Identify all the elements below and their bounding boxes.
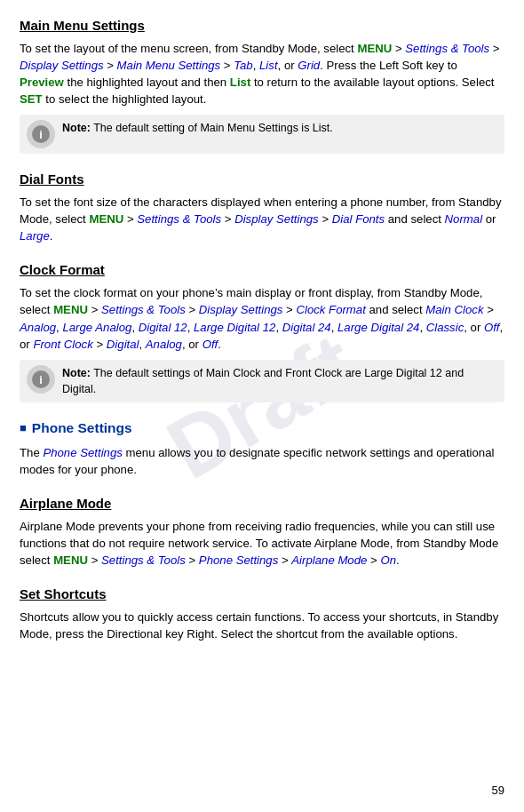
section-body-set-shortcuts: Shortcuts allow you to quickly access ce… xyxy=(20,609,504,642)
note-icon-main-menu-settings: i xyxy=(27,120,55,148)
section-title-clock-format: Clock Format xyxy=(20,260,504,280)
link-grid: Grid xyxy=(298,59,320,72)
link-dial-fonts: Dial Fonts xyxy=(332,212,385,226)
section-phone-settings: Phone Settings The Phone Settings menu a… xyxy=(20,418,504,478)
section-title-main-menu-settings: Main Menu Settings xyxy=(20,16,504,36)
section-title-dial-fonts: Dial Fonts xyxy=(20,170,504,189)
link-large-digital12: Large Digital 12 xyxy=(194,321,275,334)
link-set: SET xyxy=(20,92,43,106)
section-title-airplane-mode: Airplane Mode xyxy=(20,494,504,513)
link-off-main: Off xyxy=(484,321,500,334)
section-clock-format: Clock Format To set the clock format on … xyxy=(20,260,504,402)
phone-settings-title: Phone Settings xyxy=(32,418,132,438)
note-icon-clock-format: i xyxy=(27,365,55,394)
link-display-settings: Display Settings xyxy=(20,59,104,72)
link-list: List xyxy=(259,59,278,72)
section-airplane-mode: Airplane Mode Airplane Mode prevents you… xyxy=(20,494,504,569)
note-box-clock-format: i Note: The default settings of Main Clo… xyxy=(20,360,504,402)
note-text-clock-format: Note: The default settings of Main Clock… xyxy=(62,365,497,397)
link-list2: List xyxy=(230,76,250,89)
section-body-airplane-mode: Airplane Mode prevents your phone from r… xyxy=(20,518,504,569)
link-off-front: Off xyxy=(202,338,218,351)
link-menu-clock: MENU xyxy=(53,303,88,316)
link-phone-settings: Phone Settings xyxy=(43,446,122,459)
section-dial-fonts: Dial Fonts To set the font size of the c… xyxy=(20,170,504,244)
link-tab: Tab xyxy=(234,59,253,72)
link-front-clock: Front Clock xyxy=(33,338,92,351)
link-digital24: Digital 24 xyxy=(282,321,331,334)
link-main-clock: Main Clock xyxy=(425,303,483,316)
link-digital12: Digital 12 xyxy=(139,321,187,334)
section-body-dial-fonts: To set the font size of the characters d… xyxy=(20,194,504,244)
link-settings-tools-clock: Settings & Tools xyxy=(101,303,186,316)
link-preview: Preview xyxy=(20,76,64,89)
section-body-clock-format: To set the clock format on your phone’s … xyxy=(20,284,504,353)
section-main-menu-settings: Main Menu Settings To set the layout of … xyxy=(20,16,504,154)
svg-text:i: i xyxy=(39,128,43,141)
link-menu: MENU xyxy=(357,42,392,55)
note-label-clock: Note: xyxy=(62,367,91,379)
link-classic: Classic xyxy=(426,321,464,334)
section-body-main-menu-settings: To set the layout of the menu screen, fr… xyxy=(20,40,504,108)
link-large: Large xyxy=(20,229,50,243)
section-set-shortcuts: Set Shortcuts Shortcuts allow you to qui… xyxy=(20,585,504,642)
note-label: Note: xyxy=(62,122,91,134)
link-large-digital24: Large Digital 24 xyxy=(337,321,419,334)
link-display-settings-dial: Display Settings xyxy=(234,212,319,226)
link-analog: Analog xyxy=(20,321,56,334)
link-phone-settings-airplane: Phone Settings xyxy=(199,553,278,567)
link-main-menu-settings: Main Menu Settings xyxy=(117,59,221,72)
link-on-airplane: On xyxy=(380,553,396,567)
page-number: 59 xyxy=(492,783,504,800)
svg-text:i: i xyxy=(39,373,43,386)
chapter-heading-phone-settings: Phone Settings xyxy=(20,418,504,438)
link-normal: Normal xyxy=(445,212,483,226)
link-settings-tools: Settings & Tools xyxy=(405,42,489,55)
link-large-analog: Large Analog xyxy=(62,321,131,334)
link-settings-tools-airplane: Settings & Tools xyxy=(101,553,186,567)
section-title-set-shortcuts: Set Shortcuts xyxy=(20,585,504,604)
link-settings-tools-dial: Settings & Tools xyxy=(137,212,221,226)
note-box-main-menu-settings: i Note: The default setting of Main Menu… xyxy=(20,115,504,154)
link-digital-front: Digital xyxy=(107,338,139,351)
link-menu-airplane: MENU xyxy=(53,553,88,567)
link-analog-front: Analog xyxy=(146,338,182,351)
link-clock-format: Clock Format xyxy=(296,303,365,316)
link-airplane-mode: Airplane Mode xyxy=(291,553,367,567)
note-text-main-menu-settings: Note: The default setting of Main Menu S… xyxy=(62,120,333,136)
section-body-phone-settings: The Phone Settings menu allows you to de… xyxy=(20,444,504,478)
link-menu-dial: MENU xyxy=(89,212,123,226)
link-display-settings-clock: Display Settings xyxy=(199,303,283,316)
